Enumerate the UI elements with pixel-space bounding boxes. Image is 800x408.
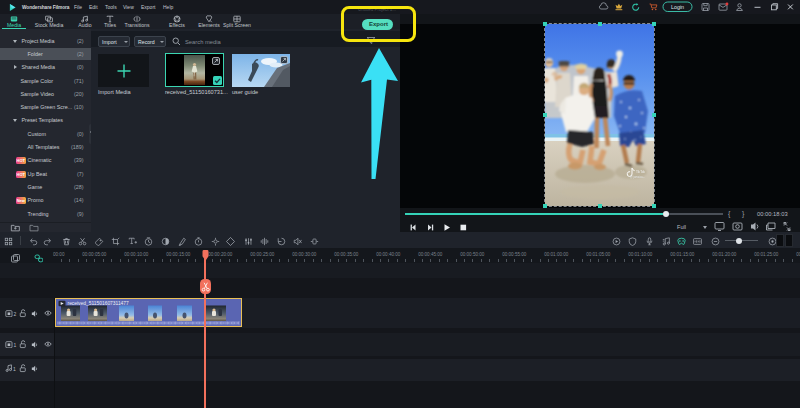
svg-text:1: 1 — [14, 342, 17, 348]
svg-text:1: 1 — [13, 366, 16, 372]
svg-text:2: 2 — [14, 311, 17, 317]
svg-text:Login: Login — [671, 4, 684, 10]
svg-text:received_511501607311477: received_511501607311477 — [68, 301, 130, 306]
